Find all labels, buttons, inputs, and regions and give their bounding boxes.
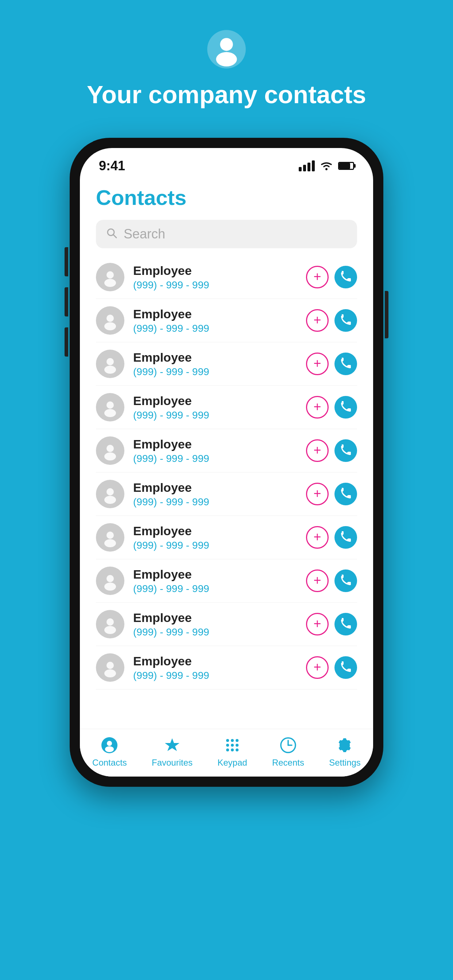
contact-info: Employee (999) - 999 - 999 [133,567,306,595]
call-button[interactable] [335,439,357,462]
plus-icon: + [313,270,321,283]
svg-point-11 [104,322,116,330]
contact-actions: + [306,613,357,635]
contact-actions: + [306,266,357,288]
call-button[interactable] [335,353,357,375]
phone-mockup: 9:41 Con [70,138,383,787]
contact-avatar [96,480,124,508]
call-button[interactable] [335,266,357,288]
svg-point-31 [107,618,114,625]
add-contact-button[interactable]: + [306,309,329,332]
search-bar[interactable]: Search [96,220,357,248]
status-time: 9:41 [99,158,125,173]
svg-point-22 [107,488,114,495]
svg-point-26 [104,539,116,547]
signal-icon [299,161,315,171]
svg-point-28 [107,575,114,582]
tab-contacts[interactable]: Contacts [92,736,127,768]
status-icons [299,161,354,171]
contact-item: Employee (999) - 999 - 999 + [96,473,357,516]
svg-point-19 [107,445,114,452]
contact-phone: (999) - 999 - 999 [133,583,306,595]
contact-name: Employee [133,350,306,364]
contact-phone: (999) - 999 - 999 [133,496,306,508]
add-contact-button[interactable]: + [306,656,329,679]
add-contact-button[interactable]: + [306,570,329,592]
svg-point-13 [107,358,114,365]
svg-point-23 [104,496,116,504]
contact-phone: (999) - 999 - 999 [133,626,306,638]
add-contact-button[interactable]: + [306,396,329,418]
contact-name: Employee [133,480,306,495]
contact-avatar [96,610,124,638]
svg-point-14 [104,366,116,374]
contact-item: Employee (999) - 999 - 999 + [96,559,357,603]
svg-point-38 [105,746,114,752]
contact-actions: + [306,396,357,418]
svg-point-25 [107,531,114,539]
call-button[interactable] [335,613,357,635]
tab-settings[interactable]: Settings [329,736,361,768]
svg-point-46 [226,748,229,751]
add-contact-button[interactable]: + [306,266,329,288]
contact-info: Employee (999) - 999 - 999 [133,394,306,421]
contact-item: Employee (999) - 999 - 999 + [96,603,357,646]
contact-item: Employee (999) - 999 - 999 + [96,646,357,689]
svg-point-16 [107,401,114,409]
contacts-title: Contacts [96,185,357,210]
add-contact-button[interactable]: + [306,439,329,462]
contact-actions: + [306,439,357,462]
header-user-icon [206,29,247,69]
contact-avatar [96,350,124,378]
mute-button [65,328,68,356]
contact-avatar [96,523,124,552]
call-button[interactable] [335,570,357,592]
keypad-icon [223,736,242,755]
svg-point-3 [325,168,327,170]
contact-avatar [96,653,124,682]
contact-info: Employee (999) - 999 - 999 [133,437,306,465]
contact-avatar [96,263,124,291]
svg-point-42 [236,739,239,742]
svg-point-34 [107,662,114,669]
call-button[interactable] [335,656,357,679]
contact-item: Employee (999) - 999 - 999 + [96,342,357,386]
bottom-background [0,787,453,980]
header-area: Your company contacts [0,0,453,130]
contact-phone: (999) - 999 - 999 [133,453,306,465]
contact-info: Employee (999) - 999 - 999 [133,524,306,551]
tab-recents[interactable]: Recents [272,736,304,768]
contact-actions: + [306,353,357,375]
svg-point-48 [236,748,239,751]
contact-avatar [96,436,124,465]
add-contact-button[interactable]: + [306,526,329,549]
contact-name: Employee [133,567,306,582]
contact-name: Employee [133,654,306,668]
call-button[interactable] [335,396,357,418]
tab-recents-label: Recents [272,757,304,768]
svg-point-32 [104,626,116,634]
contact-actions: + [306,526,357,549]
tab-keypad[interactable]: Keypad [217,736,247,768]
contact-phone: (999) - 999 - 999 [133,409,306,421]
contact-name: Employee [133,524,306,538]
plus-icon: + [313,313,321,327]
call-button[interactable] [335,526,357,549]
call-button[interactable] [335,483,357,505]
contact-info: Employee (999) - 999 - 999 [133,264,306,291]
favourites-icon [163,736,182,755]
call-button[interactable] [335,309,357,332]
contact-phone: (999) - 999 - 999 [133,366,306,378]
tab-favourites[interactable]: Favourites [152,736,193,768]
contact-actions: + [306,656,357,679]
svg-point-40 [226,739,229,742]
svg-point-47 [231,748,234,751]
add-contact-button[interactable]: + [306,483,329,505]
svg-point-17 [104,409,116,417]
add-contact-button[interactable]: + [306,613,329,635]
contact-name: Employee [133,437,306,451]
contact-name: Employee [133,611,306,625]
plus-icon: + [313,530,321,544]
add-contact-button[interactable]: + [306,353,329,375]
header-title: Your company contacts [87,80,366,109]
